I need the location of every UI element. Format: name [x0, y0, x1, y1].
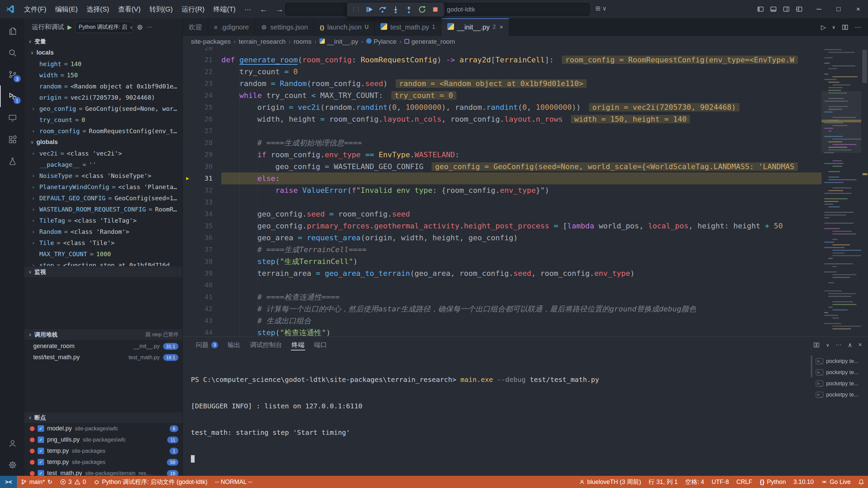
line-number[interactable]: 25 [183, 101, 221, 113]
code-line[interactable]: 36 geo_area = request_area(origin, width… [183, 232, 822, 244]
code-line[interactable]: 39 terrain_area = geo_area_to_terrain(ge… [183, 267, 822, 279]
remote-indicator[interactable]: >< [0, 476, 17, 488]
stop-button[interactable] [429, 4, 441, 16]
settings-gear-icon[interactable] [0, 454, 24, 476]
minimap[interactable] [822, 47, 861, 337]
variable-row[interactable]: MAX_TRY_COUNT=1000 [24, 248, 182, 260]
code-line[interactable]: 25 origin = vec2i(random.randint(0, 1000… [183, 101, 822, 113]
code-line[interactable]: 41 # ====检查连通性==== [183, 291, 822, 303]
tab-test-math-py[interactable]: test_math.py1 [375, 18, 441, 36]
code-line[interactable]: 38 step("生成TerrainCell") [183, 256, 822, 267]
line-number[interactable]: 21 [183, 54, 221, 66]
tab-init-py[interactable]: __init__.py2× [441, 18, 509, 36]
variable-row[interactable]: ›Random=<class 'Random'> [24, 226, 182, 237]
panel-tab-问题[interactable]: 问题3 [191, 337, 223, 353]
variable-row[interactable]: ›stop=<function stop at 0x1bf8d716d… [24, 260, 182, 266]
breadcrumb-item[interactable]: site-packages [191, 38, 231, 45]
step-out-button[interactable] [403, 4, 415, 16]
debug-gear-icon[interactable] [136, 24, 143, 31]
customize-layout-icon[interactable] [795, 5, 803, 13]
step-into-button[interactable] [390, 4, 401, 16]
breakpoint-row[interactable]: ✓temp.pysite-packages58 [24, 456, 182, 468]
tab-gdignore[interactable]: ≡.gdignore [208, 18, 255, 36]
code-line[interactable]: 44 step("检查连通性") [183, 327, 822, 337]
line-number[interactable]: 39 [183, 267, 221, 279]
python-version[interactable]: 3.10.10 [790, 476, 817, 488]
tab-launch-json[interactable]: {}launch.jsonU [314, 18, 375, 36]
variable-row[interactable]: try_count=0 [24, 114, 182, 125]
code-line[interactable]: 20 [183, 47, 822, 54]
debug-config-dropdown[interactable]: Python 调试程序: 启 ∨ [75, 21, 133, 33]
run-and-debug-icon[interactable]: 1 [0, 85, 24, 107]
code-editor[interactable]: 2021def generate_room(room_config: RoomR… [183, 47, 868, 337]
breakpoint-checkbox[interactable]: ✓ [38, 470, 44, 476]
line-number[interactable]: 38 [183, 256, 221, 267]
variable-row[interactable]: ›room_config=RoomRequestConfig(env_t… [24, 125, 182, 137]
breakpoint-row[interactable]: ✓temp.pysite-packages1 [24, 445, 182, 456]
line-number[interactable]: 26 [183, 113, 221, 125]
go-live[interactable]: Go Live [817, 476, 854, 488]
code-line[interactable]: 35 geo_config.primary_forces.geothermal_… [183, 220, 822, 232]
watch-body[interactable] [24, 277, 182, 329]
code-line[interactable]: 37 # ====生成TerrainCell==== [183, 244, 822, 256]
more-actions-icon[interactable]: ··· [855, 23, 861, 31]
panel-tab-调试控制台[interactable]: 调试控制台 [245, 337, 287, 353]
code-line[interactable]: 43 # 生成出口组合 [183, 315, 822, 327]
chevron-down-icon[interactable]: ∨ [832, 24, 835, 30]
menu-item[interactable]: 文件(F) [20, 3, 51, 15]
toggle-panel-icon[interactable] [770, 5, 777, 13]
code-line[interactable]: 33 [183, 196, 822, 208]
section-variables[interactable]: ∨ 变量 [24, 36, 182, 47]
remote-explorer-icon[interactable] [0, 107, 24, 129]
code-area[interactable]: 2021def generate_room(room_config: RoomR… [183, 47, 822, 337]
toggle-sidebar-icon[interactable] [757, 5, 764, 13]
step-over-button[interactable] [376, 4, 388, 16]
back-arrow-icon[interactable]: ← [256, 5, 272, 14]
git-blame[interactable]: blueloveTH (3 周前) [575, 476, 645, 488]
maximize-panel-icon[interactable]: ∧ [848, 341, 852, 349]
tab-welcome[interactable]: 欢迎 [183, 18, 208, 36]
variable-row[interactable]: random=<Random object at 0x1bf9d01e… [24, 81, 182, 92]
code-line[interactable]: 32 raise ValueError(f"Invalid env type: … [183, 184, 822, 196]
restart-button[interactable] [416, 4, 428, 16]
variable-row[interactable]: ›geo_config=GeoConfig(seed=None, wor… [24, 103, 182, 114]
variable-row[interactable]: ›WASTELAND_ROOM_REQUEST_CONFIG=RoomR… [24, 204, 182, 215]
maximize-button[interactable]: □ [829, 0, 848, 18]
line-number[interactable]: 43 [183, 315, 221, 327]
breadcrumb-item[interactable]: rooms [294, 38, 312, 45]
line-number[interactable]: 33 [183, 196, 221, 208]
terminal-tab[interactable]: >_pocketpy te... [814, 389, 868, 400]
line-number[interactable]: 20 [183, 47, 221, 54]
breakpoint-row[interactable]: ✓model.pysite-packages\wfc6 [24, 423, 182, 434]
code-line[interactable]: 34 geo_config.seed = room_config.seed [183, 208, 822, 220]
code-line[interactable]: 40 [183, 279, 822, 291]
line-number[interactable]: 29 [183, 149, 221, 161]
menu-item[interactable]: 终端(T) [209, 3, 240, 15]
command-center-extra[interactable]: ⊞ ∨ [595, 5, 607, 12]
variable-row[interactable]: width=150 [24, 69, 182, 81]
scope-globals[interactable]: ∨globals [24, 137, 182, 148]
code-line[interactable]: 42 # 计算每一个出口的中心，然后使用astar生成路径，确保每一个出口组合都… [183, 303, 822, 315]
stack-frame[interactable]: test/test_math.pytest_math.py16:1 [24, 352, 182, 363]
minimize-button[interactable]: ─ [809, 0, 829, 18]
line-number[interactable]: 41 [183, 291, 221, 303]
search-icon[interactable] [0, 42, 24, 64]
split-terminal-icon[interactable] [813, 342, 820, 348]
tab-settings-json[interactable]: settings.json [255, 18, 314, 36]
breadcrumb-item[interactable]: __init__.py [319, 38, 358, 45]
code-line[interactable]: 22 try_count = 0 [183, 66, 822, 78]
account-icon[interactable] [0, 432, 24, 454]
terminal-tab[interactable]: >_pocketpy te... [814, 378, 868, 389]
variable-row[interactable]: origin=vec2i(7205730, 9024468) [24, 92, 182, 103]
chevron-down-icon[interactable]: ∨ [826, 342, 829, 348]
breakpoint-row[interactable]: ✓png_utils.pysite-packages\wfc11 [24, 434, 182, 445]
line-number[interactable]: 44 [183, 327, 221, 337]
scope-locals[interactable]: ∨locals [24, 47, 182, 58]
breakpoint-checkbox[interactable]: ✓ [38, 436, 44, 443]
breakpoint-checkbox[interactable]: ✓ [38, 459, 44, 465]
panel-tab-输出[interactable]: 输出 [223, 337, 245, 353]
variable-row[interactable]: ›PlanetaryWindConfig=<class 'Planeta… [24, 181, 182, 192]
code-line[interactable]: 24 while try_count < MAX_TRY_COUNT:try_c… [183, 89, 822, 101]
breakpoint-row[interactable]: ✓test_math.pysite-packages\terrain_res…1… [24, 468, 182, 476]
code-line[interactable]: 21def generate_room(room_config: RoomReq… [183, 54, 822, 66]
